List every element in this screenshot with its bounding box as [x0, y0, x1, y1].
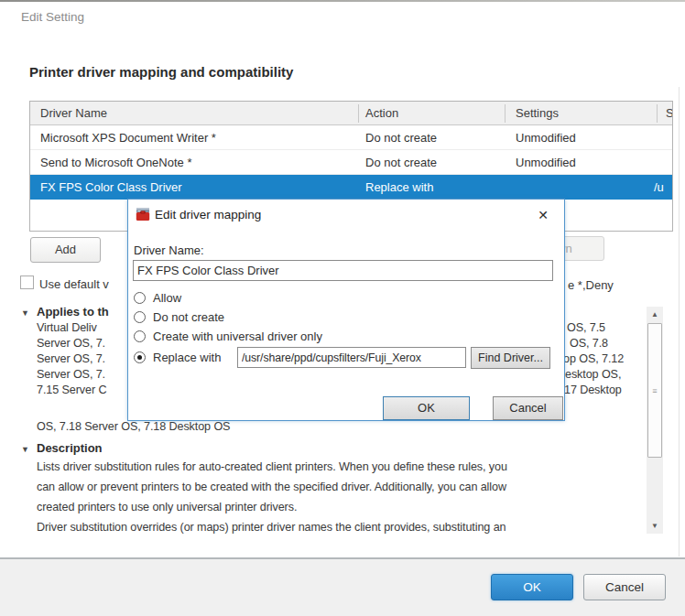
radio-row-universal-only[interactable]: Create with universal driver only — [134, 330, 322, 343]
column-divider[interactable] — [657, 104, 658, 123]
radio-row-replace-with[interactable]: Replace with — [134, 351, 221, 364]
radio-do-not-create[interactable] — [134, 311, 146, 323]
applies-line: Server OS, 7. — [37, 337, 105, 350]
radio-label: Do not create — [153, 310, 224, 324]
driver-name-input[interactable] — [133, 260, 553, 281]
radio-label: Create with universal driver only — [153, 330, 322, 343]
radio-label: Replace with — [153, 351, 221, 364]
cancel-button[interactable]: Cancel — [583, 574, 666, 600]
applies-line: Server OS, 7. — [37, 368, 105, 381]
driver-table-header: Driver Name Action Settings Se — [30, 102, 672, 125]
table-row-selected[interactable]: FX FPS Color Class Driver Replace with /… — [30, 175, 672, 200]
dialog-ok-button[interactable]: OK — [383, 396, 470, 420]
use-default-label-right: e *,Deny — [568, 278, 614, 292]
close-icon[interactable]: ✕ — [531, 205, 555, 225]
cell-driver-name: Microsoft XPS Document Writer * — [40, 125, 216, 150]
scrollbar-thumb[interactable]: ≡ — [647, 323, 662, 458]
applies-line: 7.15 Server C — [37, 384, 106, 396]
applies-line-right: OS, 7.8 — [570, 337, 608, 350]
find-driver-button[interactable]: Find Driver... — [471, 347, 550, 369]
dialog-cancel-button[interactable]: Cancel — [493, 396, 563, 420]
panel-right-border — [679, 87, 680, 557]
scroll-down-icon[interactable]: ▼ — [647, 518, 663, 534]
column-header-settings[interactable]: Settings — [516, 102, 559, 125]
applies-line: Server OS, 7. — [37, 352, 105, 365]
collapse-triangle-icon[interactable]: ▼ — [21, 445, 29, 454]
applies-to-heading: Applies to th — [37, 305, 109, 319]
table-row[interactable]: Send to Microsoft OneNote * Do not creat… — [30, 150, 672, 175]
column-divider[interactable] — [505, 104, 506, 123]
driver-mapping-icon — [136, 207, 150, 222]
radio-replace-with[interactable] — [134, 351, 146, 363]
description-heading: Description — [37, 441, 103, 455]
cell-settings: Unmodified — [516, 150, 576, 175]
pane-scrollbar[interactable]: ▲ ≡ ▼ — [647, 307, 663, 534]
breadcrumb: Edit Setting — [21, 10, 84, 24]
description-line: created printers to use only universal p… — [37, 501, 297, 513]
dialog-title: Edit driver mapping — [155, 208, 261, 222]
use-default-checkbox[interactable] — [20, 276, 34, 289]
column-divider[interactable] — [358, 104, 359, 123]
column-header-driver-name[interactable]: Driver Name — [40, 102, 107, 125]
applies-line-right: OS, 7.5 — [567, 321, 605, 334]
cell-server-path: /u — [654, 175, 664, 200]
ok-button[interactable]: OK — [491, 574, 573, 600]
description-line: Driver substitution overrides (or maps) … — [37, 521, 506, 534]
applies-line-full: OS, 7.18 Server OS, 7.18 Desktop OS — [37, 420, 230, 433]
radio-label: Allow — [153, 291, 181, 305]
cell-action: Replace with — [365, 175, 433, 200]
cell-action: Do not create — [365, 150, 437, 175]
applies-line-right: 17 Desktop — [564, 384, 622, 396]
cell-settings: Unmodified — [516, 125, 576, 150]
page-title: Printer driver mapping and compatibility — [29, 64, 293, 80]
footer-bar — [0, 559, 685, 616]
applies-line: Virtual Deliv — [37, 321, 97, 334]
radio-row-allow[interactable]: Allow — [134, 291, 181, 305]
column-header-action[interactable]: Action — [365, 102, 398, 125]
table-row[interactable]: Microsoft XPS Document Writer * Do not c… — [30, 125, 672, 150]
use-default-label-left: Use default v — [39, 277, 109, 291]
radio-row-do-not-create[interactable]: Do not create — [134, 310, 224, 324]
radio-universal-only[interactable] — [134, 330, 146, 342]
replace-path-input[interactable] — [237, 347, 466, 368]
collapse-triangle-icon[interactable]: ▼ — [21, 308, 29, 318]
column-header-server[interactable]: Se — [666, 102, 673, 125]
scroll-up-icon[interactable]: ▲ — [647, 307, 663, 322]
radio-allow[interactable] — [134, 292, 146, 304]
description-line: can allow or prevent printers to be crea… — [37, 481, 506, 493]
edit-driver-mapping-dialog: Edit driver mapping ✕ Driver Name: Allow… — [127, 199, 565, 421]
cell-action: Do not create — [365, 125, 437, 150]
cell-driver-name: Send to Microsoft OneNote * — [40, 150, 191, 175]
window-top-border — [0, 0, 685, 2]
applies-line-right: op OS, 7.12 — [563, 352, 624, 365]
description-line: Lists driver substitution rules for auto… — [37, 460, 507, 473]
driver-name-label: Driver Name: — [134, 243, 204, 257]
add-button[interactable]: Add — [30, 237, 101, 263]
applies-line-right: esktop OS, — [565, 368, 621, 381]
cell-driver-name: FX FPS Color Class Driver — [40, 175, 182, 200]
